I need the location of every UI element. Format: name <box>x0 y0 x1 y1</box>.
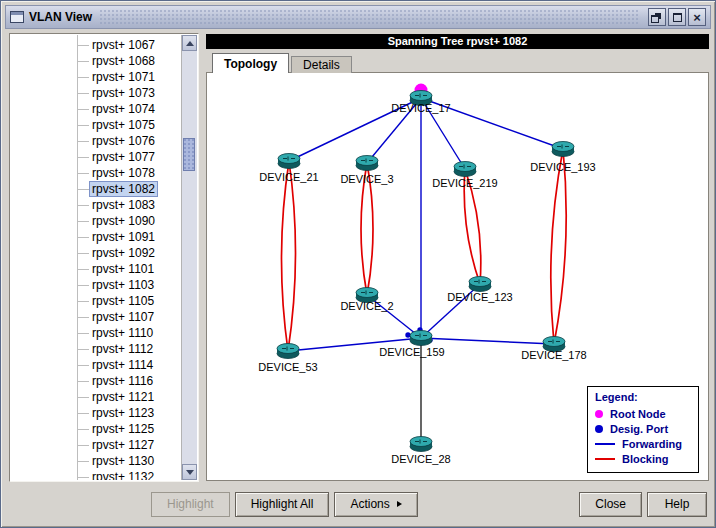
tree-item[interactable]: rpvst+ 1092 <box>11 245 181 261</box>
tree-item[interactable]: rpvst+ 1121 <box>11 389 181 405</box>
tree-item[interactable]: rpvst+ 1077 <box>11 149 181 165</box>
highlight-button[interactable]: Highlight <box>151 492 230 517</box>
tree-scrollbar[interactable] <box>181 35 197 480</box>
tree-connector <box>77 189 89 190</box>
tree-item[interactable]: rpvst+ 1076 <box>11 133 181 149</box>
scroll-down-button[interactable] <box>182 464 197 480</box>
tree-item[interactable]: rpvst+ 1125 <box>11 421 181 437</box>
menu-arrow-icon <box>397 501 402 507</box>
tree-item-label: rpvst+ 1092 <box>90 246 157 260</box>
router-icon <box>552 142 574 157</box>
device-node[interactable]: DEVICE_159 <box>379 331 444 359</box>
device-node[interactable]: DEVICE_3 <box>340 156 393 186</box>
legend-item: Blocking <box>595 451 691 466</box>
legend-title: Legend: <box>595 391 691 403</box>
tree-item[interactable]: rpvst+ 1073 <box>11 85 181 101</box>
device-node[interactable]: DEVICE_53 <box>258 344 317 374</box>
tree-item[interactable]: rpvst+ 1116 <box>11 373 181 389</box>
tree-item[interactable]: rpvst+ 1112 <box>11 341 181 357</box>
legend-blocking-marker <box>595 458 615 460</box>
tree-connector <box>77 253 89 254</box>
button-label: Highlight All <box>251 497 314 511</box>
device-node[interactable]: DEVICE_178 <box>521 337 586 362</box>
edge-blocking <box>281 161 295 351</box>
tree-connector <box>77 109 89 110</box>
tree-item[interactable]: rpvst+ 1114 <box>11 357 181 373</box>
tree-item[interactable]: rpvst+ 1123 <box>11 405 181 421</box>
close-button[interactable]: Close <box>579 492 642 517</box>
highlight-all-button[interactable]: Highlight All <box>235 492 330 517</box>
tree-connector <box>77 413 89 414</box>
tree-item-label: rpvst+ 1083 <box>90 198 157 212</box>
tree-item[interactable]: rpvst+ 1110 <box>11 325 181 341</box>
actions-button[interactable]: Actions <box>334 492 417 517</box>
tree-item[interactable]: rpvst+ 1101 <box>11 261 181 277</box>
device-label: DEVICE_219 <box>432 177 497 189</box>
router-icon <box>277 344 299 359</box>
router-icon <box>278 154 300 169</box>
tree-item[interactable]: rpvst+ 1068 <box>11 53 181 69</box>
edge-forwarding <box>421 338 554 344</box>
tree-item[interactable]: rpvst+ 1083 <box>11 197 181 213</box>
legend-desig-port-marker <box>595 425 603 433</box>
close-window-button[interactable]: × <box>688 8 706 26</box>
tree-connector <box>77 285 89 286</box>
legend-root-node-marker <box>595 410 603 418</box>
tree-item[interactable]: rpvst+ 1067 <box>11 37 181 53</box>
device-node[interactable]: DEVICE_2 <box>340 288 393 313</box>
right-buttons: CloseHelp <box>579 492 707 517</box>
tree-connector <box>77 205 89 206</box>
tree-item[interactable]: rpvst+ 1074 <box>11 101 181 117</box>
spanning-tree-panel: Spanning Tree rpvst+ 1082 TopologyDetail… <box>204 33 711 482</box>
scrollbar-thumb[interactable] <box>183 138 195 171</box>
edge-blocking <box>551 149 566 344</box>
tree-items: rpvst+ 1067rpvst+ 1068rpvst+ 1071rpvst+ … <box>11 35 181 480</box>
tree-item[interactable]: rpvst+ 1103 <box>11 277 181 293</box>
vlan-tree-panel: rpvst+ 1067rpvst+ 1068rpvst+ 1071rpvst+ … <box>9 33 199 482</box>
scroll-up-button[interactable] <box>182 35 197 51</box>
tree-item-label: rpvst+ 1082 <box>90 182 157 196</box>
help-button[interactable]: Help <box>647 492 707 517</box>
topology-area: DEVICE_17DEVICE_21DEVICE_3DEVICE_219DEVI… <box>206 72 709 481</box>
device-node[interactable]: DEVICE_123 <box>447 277 512 304</box>
tree-item[interactable]: rpvst+ 1132 <box>11 469 181 480</box>
tree-item[interactable]: rpvst+ 1075 <box>11 117 181 133</box>
tree-connector <box>77 221 89 222</box>
tree-item-label: rpvst+ 1132 <box>90 470 156 480</box>
minimize-button[interactable] <box>648 8 666 26</box>
legend-forwarding-marker <box>595 443 615 445</box>
tree-connector <box>77 141 89 142</box>
tab-details[interactable]: Details <box>291 56 352 73</box>
tree-item[interactable]: rpvst+ 1107 <box>11 309 181 325</box>
tree-connector <box>77 173 89 174</box>
tree-item[interactable]: rpvst+ 1105 <box>11 293 181 309</box>
maximize-button[interactable] <box>668 8 686 26</box>
tree-item[interactable]: rpvst+ 1082 <box>11 181 181 197</box>
tab-topology[interactable]: Topology <box>212 53 289 73</box>
tree-connector <box>77 301 89 302</box>
tree-item[interactable]: rpvst+ 1130 <box>11 453 181 469</box>
device-label: DEVICE_159 <box>379 346 444 358</box>
tree-item[interactable]: rpvst+ 1127 <box>11 437 181 453</box>
titlebar-texture <box>100 10 638 24</box>
tree-connector <box>77 429 89 430</box>
tree-item[interactable]: rpvst+ 1091 <box>11 229 181 245</box>
tree-item-label: rpvst+ 1107 <box>90 310 156 324</box>
device-node[interactable]: DEVICE_21 <box>259 154 318 184</box>
scrollbar-track[interactable] <box>182 51 197 464</box>
tree-item[interactable]: rpvst+ 1078 <box>11 165 181 181</box>
device-node[interactable]: DEVICE_28 <box>391 437 450 466</box>
device-label: DEVICE_193 <box>530 161 595 173</box>
legend-item: Forwarding <box>595 436 691 451</box>
tree-connector <box>77 317 89 318</box>
tree-item-label: rpvst+ 1078 <box>90 166 157 180</box>
tree-connector <box>77 365 89 366</box>
tree-item[interactable]: rpvst+ 1090 <box>11 213 181 229</box>
device-label: DEVICE_17 <box>391 102 450 114</box>
titlebar[interactable]: VLAN View × <box>5 5 711 29</box>
up-arrow-icon <box>186 41 194 46</box>
device-node[interactable]: DEVICE_17 <box>391 84 450 115</box>
tree-item[interactable]: rpvst+ 1071 <box>11 69 181 85</box>
device-label: DEVICE_178 <box>521 349 586 361</box>
device-node[interactable]: DEVICE_219 <box>432 162 497 190</box>
